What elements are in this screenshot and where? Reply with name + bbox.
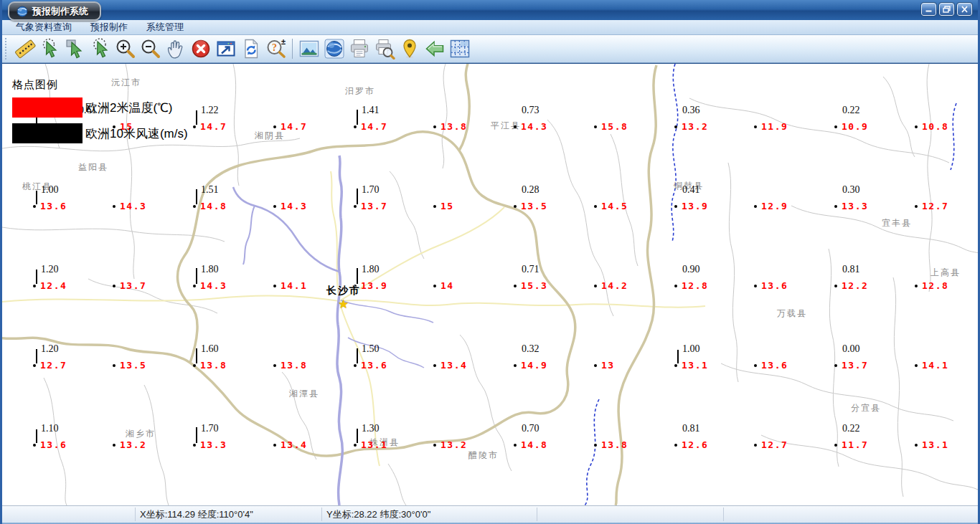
grid-point-dot	[834, 205, 837, 208]
temperature-value: 13.8	[601, 439, 628, 450]
grid-point-dot	[193, 125, 196, 128]
toolbar: ? ±	[2, 35, 978, 63]
wind-barb	[357, 429, 358, 443]
status-bar: X坐标:114.29 经度:110°0'4" Y坐标:28.22 纬度:30°0…	[2, 505, 978, 523]
toolbar-button-refresh[interactable]	[238, 37, 263, 61]
toolbar-button-identify-help[interactable]: ? ±	[263, 37, 288, 61]
temperature-value: 14.8	[521, 439, 547, 450]
toolbar-button-fit-window[interactable]	[213, 37, 238, 61]
wind-barb	[36, 429, 37, 443]
wind-speed-value: 1.41	[362, 105, 380, 116]
minimize-button[interactable]	[921, 3, 936, 16]
status-y-coordinate: Y坐标:28.22 纬度:30°0'0"	[326, 508, 430, 521]
title-bar: 预报制作系统	[2, 0, 978, 20]
county-label: 益阳县	[78, 161, 108, 173]
toolbar-button-globe[interactable]	[321, 37, 347, 61]
grid-point-dot	[754, 285, 757, 287]
grid-select-icon	[449, 38, 471, 59]
legend-item-1: 欧洲10米风速(m/s)	[12, 123, 188, 143]
grid-point-dot	[594, 125, 597, 128]
temperature-value: 11.9	[761, 121, 788, 132]
grid-point-dot	[754, 364, 757, 367]
temperature-value: 12.7	[922, 201, 948, 211]
menu-item-2[interactable]: 系统管理	[137, 20, 193, 34]
temperature-value: 13	[601, 360, 615, 371]
cancel-icon	[190, 38, 212, 59]
restore-button[interactable]	[939, 3, 954, 16]
zoom-in-icon	[115, 38, 136, 59]
status-separator	[135, 508, 136, 521]
temperature-value: 14.1	[281, 280, 307, 291]
legend-swatch	[12, 97, 83, 118]
print-icon	[349, 38, 370, 59]
toolbar-button-cancel[interactable]	[188, 37, 213, 61]
toolbar-button-pan[interactable]	[163, 37, 188, 61]
grid-point-dot	[354, 364, 357, 367]
grid-point-dot	[193, 444, 196, 447]
select-feature-icon	[39, 38, 61, 59]
toolbar-button-back[interactable]	[422, 37, 447, 61]
temperature-value: 14.7	[361, 121, 387, 132]
toolbar-button-select-feature[interactable]	[37, 37, 62, 61]
grid-point-dot	[193, 285, 196, 287]
temperature-value: 14.3	[281, 201, 307, 211]
temperature-value: 14	[440, 280, 454, 291]
temperature-value: 14.5	[601, 201, 628, 211]
county-label: 湘潭县	[289, 388, 319, 400]
legend-item-0: 欧洲2米温度(℃)	[12, 97, 188, 118]
grid-point-dot	[273, 125, 276, 128]
wind-barb	[357, 268, 358, 284]
temperature-value: 13.6	[761, 360, 788, 371]
status-x-coordinate: X坐标:114.29 经度:110°0'4"	[140, 508, 253, 521]
grid-point-dot	[33, 285, 36, 287]
temperature-value: 13.3	[842, 201, 868, 211]
temperature-value: 14.8	[200, 201, 227, 211]
toolbar-button-zoom-in[interactable]	[113, 37, 138, 61]
temperature-value: 15	[440, 201, 454, 211]
wind-barb	[357, 110, 358, 125]
menu-item-1[interactable]: 预报制作	[81, 20, 137, 34]
toolbar-button-grid-select[interactable]	[447, 37, 472, 61]
close-button[interactable]	[957, 3, 972, 16]
legend-rows: 欧洲2米温度(℃)欧洲10米风速(m/s)	[2, 97, 188, 143]
toolbar-separator	[292, 39, 293, 59]
map-canvas[interactable]: 15.20.611514.71.2214.714.71.4113.814.30.…	[2, 63, 978, 505]
toolbar-grip[interactable]	[5, 38, 9, 59]
wind-speed-value: 1.30	[362, 423, 380, 434]
temperature-value: 12.9	[761, 201, 788, 211]
county-label: 汨罗市	[345, 85, 375, 97]
toolbar-button-image[interactable]	[296, 37, 321, 61]
toolbar-button-locate[interactable]	[397, 37, 422, 61]
grid-point-dot	[514, 285, 517, 287]
county-label: 上高县	[930, 267, 961, 279]
wind-speed-value: 0.32	[522, 343, 540, 355]
status-separator	[537, 508, 537, 521]
wind-speed-value: 1.50	[362, 343, 380, 355]
toolbar-button-zoom-out[interactable]	[138, 37, 163, 61]
grid-point-dot	[915, 125, 918, 128]
menu-item-0[interactable]: 气象资料查询	[6, 20, 81, 34]
toolbar-button-measure[interactable]	[12, 37, 37, 61]
wind-speed-value: 1.70	[362, 184, 380, 196]
grid-point-dot	[674, 444, 677, 447]
measure-ruler-icon	[14, 38, 36, 59]
grid-point-dot	[113, 444, 116, 447]
temperature-value: 13.8	[281, 360, 307, 371]
wind-barb	[196, 427, 197, 443]
temperature-value: 14.9	[521, 360, 547, 371]
grid-point-dot	[915, 364, 918, 367]
toolbar-button-select-circle[interactable]	[88, 37, 113, 61]
wind-speed-value: 0.81	[842, 264, 860, 275]
temperature-value: 14.7	[281, 121, 307, 132]
select-rectangle-icon	[65, 38, 86, 59]
temperature-value: 15.8	[601, 121, 628, 132]
wind-barb	[196, 348, 197, 363]
status-separator	[723, 508, 724, 521]
temperature-value: 13.2	[682, 121, 708, 132]
toolbar-button-print[interactable]	[347, 37, 372, 61]
toolbar-button-print-preview[interactable]	[372, 37, 397, 61]
grid-point-dot	[834, 285, 837, 287]
toolbar-button-select-rectangle[interactable]	[62, 37, 88, 61]
temperature-value: 13.2	[440, 439, 467, 450]
grid-point-dot	[33, 444, 36, 447]
